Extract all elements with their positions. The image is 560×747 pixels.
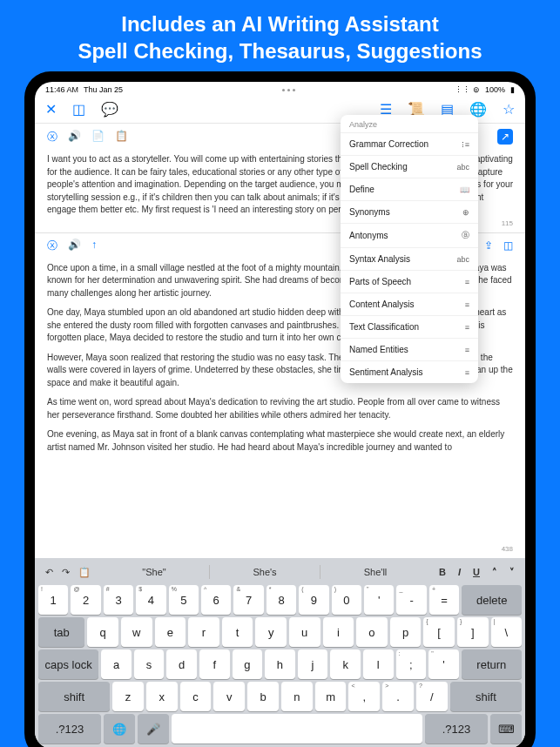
key-d[interactable]: d (166, 649, 197, 679)
popover-item-define[interactable]: Define📖 (341, 178, 478, 201)
underline-button[interactable]: U (473, 567, 480, 578)
key-shift[interactable]: shift (38, 682, 110, 711)
key-j[interactable]: j (298, 649, 328, 679)
key-t[interactable]: t (222, 617, 253, 647)
popover-item-synonyms[interactable]: Synonyms⊕ (341, 201, 478, 224)
key-p[interactable]: p (390, 617, 422, 647)
suggestion-1[interactable]: "She" (99, 565, 210, 579)
popover-item-text-classification[interactable]: Text Classification≡ (341, 316, 478, 339)
clear-icon[interactable]: ⓧ (47, 130, 57, 145)
key-tab[interactable]: tab (38, 617, 84, 647)
key-c[interactable]: c (180, 682, 212, 711)
key-y[interactable]: y (255, 617, 287, 647)
italic-button[interactable]: I (458, 567, 461, 578)
suggestion-3[interactable]: She'll (320, 565, 430, 579)
key-g[interactable]: g (233, 649, 263, 679)
speaker-icon[interactable]: 🔊 (68, 130, 81, 145)
key-;[interactable]: :; (396, 649, 427, 679)
key-f[interactable]: f (199, 649, 230, 679)
popover-item-syntax-analysis[interactable]: Syntax Analysisabc (341, 248, 478, 271)
key-n[interactable]: n (281, 682, 313, 711)
key-2[interactable]: @2 (71, 585, 100, 615)
clipboard-kb-icon[interactable]: 📋 (78, 567, 91, 578)
key-q[interactable]: q (87, 617, 118, 647)
key-3[interactable]: #3 (104, 585, 133, 615)
key-i[interactable]: i (323, 617, 354, 647)
key-⌨[interactable]: ⌨ (490, 714, 522, 744)
popover-item-grammar-correction[interactable]: Grammar Correction⫶≡ (341, 133, 478, 156)
popover-item-antonyms[interactable]: Antonymsⓐ (341, 224, 478, 248)
key-h[interactable]: h (265, 649, 295, 679)
key-k[interactable]: k (330, 649, 361, 679)
key-l[interactable]: l (363, 649, 394, 679)
popover-item-parts-of-speech[interactable]: Parts of Speech≡ (341, 271, 478, 293)
key-=[interactable]: += (429, 585, 459, 615)
close-button[interactable]: ✕ (45, 101, 57, 118)
key-6[interactable]: ^6 (201, 585, 231, 615)
expand-icon[interactable]: ↑ (91, 239, 97, 253)
key-a[interactable]: a (101, 649, 132, 679)
key-5[interactable]: %5 (169, 585, 199, 615)
key-7[interactable]: &7 (233, 585, 263, 615)
key-'[interactable]: "' (364, 585, 394, 615)
key-s[interactable]: s (134, 649, 165, 679)
suggestion-2[interactable]: She's (210, 565, 320, 579)
key-8[interactable]: *8 (267, 585, 296, 615)
key-b[interactable]: b (247, 682, 279, 711)
wifi-icon: ⋮⋮ ⊚ (455, 85, 480, 94)
lock-icon[interactable]: ◫ (503, 239, 513, 252)
key-.[interactable]: >. (382, 682, 414, 711)
paste-icon[interactable]: 📋 (115, 130, 128, 145)
key-special[interactable] (172, 714, 422, 744)
key-🌐[interactable]: 🌐 (104, 714, 135, 744)
key-/[interactable]: ?/ (416, 682, 448, 711)
clear-output-icon[interactable]: ⓧ (47, 239, 57, 253)
key-[[interactable]: {[ (423, 617, 455, 647)
redo-icon[interactable]: ↷ (62, 567, 70, 578)
key-🎤[interactable]: 🎤 (138, 714, 169, 744)
key-1[interactable]: !1 (38, 585, 68, 615)
key-,[interactable]: <, (348, 682, 380, 711)
key-o[interactable]: o (356, 617, 388, 647)
key-v[interactable]: v (213, 682, 245, 711)
key-w[interactable]: w (121, 617, 152, 647)
battery-icon: ▮ (510, 85, 515, 94)
share-icon[interactable]: ⇪ (484, 239, 493, 252)
key-return[interactable]: return (462, 649, 522, 679)
kb-up-icon[interactable]: ˄ (492, 567, 497, 578)
key-.?123[interactable]: .?123 (425, 714, 488, 744)
popover-item-named-entities[interactable]: Named Entities≡ (341, 339, 478, 361)
key-'[interactable]: "' (428, 649, 459, 679)
bookmark-icon[interactable]: ◫ (72, 101, 85, 118)
key-x[interactable]: x (146, 682, 178, 711)
popover-item-content-analysis[interactable]: Content Analysis≡ (341, 293, 478, 316)
star-icon[interactable]: ☆ (503, 101, 515, 118)
key-.?123[interactable]: .?123 (38, 714, 101, 744)
key-m[interactable]: m (315, 682, 347, 711)
key-delete[interactable]: delete (462, 585, 522, 615)
chat-icon[interactable]: 💬 (101, 101, 118, 118)
key-4[interactable]: $4 (136, 585, 165, 615)
key-r[interactable]: r (188, 617, 219, 647)
key-\[interactable]: |\ (491, 617, 523, 647)
undo-icon[interactable]: ↶ (45, 567, 53, 578)
popover-item-sentiment-analysis[interactable]: Sentiment Analysis≡ (341, 361, 478, 383)
key-][interactable]: }] (457, 617, 489, 647)
popover-item-spell-checking[interactable]: Spell Checkingabc (341, 156, 478, 178)
key-u[interactable]: u (289, 617, 320, 647)
headline-line1: Includes an AI Writing Assistant (9, 10, 551, 37)
key--[interactable]: _- (396, 585, 426, 615)
kb-down-icon[interactable]: ˅ (509, 567, 515, 578)
send-icon[interactable]: ↗ (497, 129, 513, 145)
key-z[interactable]: z (112, 682, 144, 711)
key-0[interactable]: )0 (332, 585, 361, 615)
output-p4: As time went on, word spread about Maya'… (47, 396, 513, 421)
key-9[interactable]: (9 (299, 585, 328, 615)
key-shift[interactable]: shift (450, 682, 522, 711)
key-e[interactable]: e (155, 617, 186, 647)
key-caps lock[interactable]: caps lock (38, 649, 98, 679)
speaker-output-icon[interactable]: 🔊 (68, 239, 81, 253)
copy-icon[interactable]: 📄 (91, 130, 105, 145)
multitask-dots[interactable] (282, 89, 295, 91)
bold-button[interactable]: B (439, 567, 446, 578)
